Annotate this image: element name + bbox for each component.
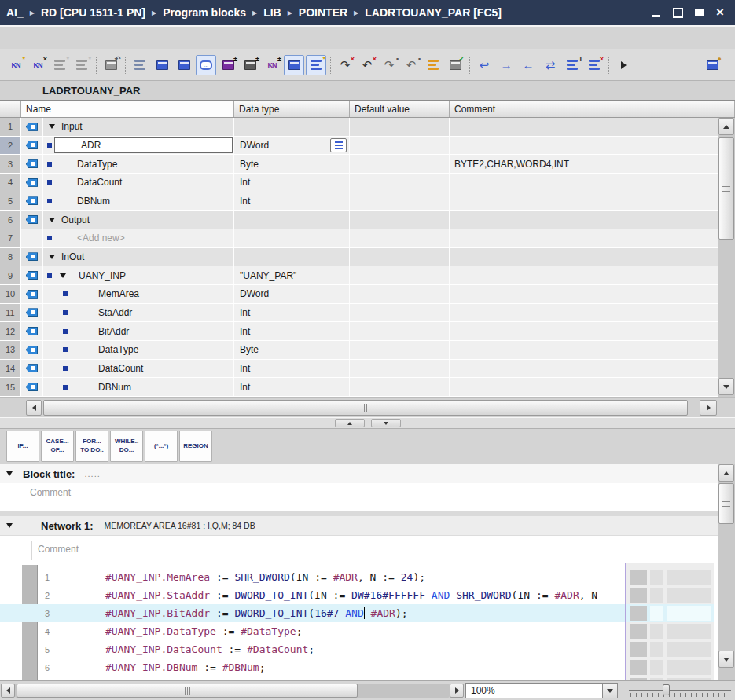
breadcrumb-item[interactable]: Program blocks (163, 6, 246, 19)
scroll-down-button[interactable] (718, 651, 734, 668)
zoom-dropdown-button[interactable] (602, 684, 617, 698)
name-cell[interactable]: StaAddr (43, 304, 234, 322)
scroll-right-button[interactable] (450, 684, 464, 698)
outdent-icon[interactable]: ← (518, 55, 538, 75)
datatype-cell[interactable]: "UANY_PAR" (234, 266, 350, 284)
code-line[interactable]: 5#UANY_INP.DataCount := #DataCount; (0, 640, 625, 658)
insert-separator-icon[interactable]: I (562, 55, 582, 75)
maximize-button[interactable] (693, 6, 704, 19)
column-header[interactable]: Name (21, 101, 234, 117)
block-comment-field[interactable]: Comment (0, 483, 718, 511)
comment-cell[interactable] (450, 118, 682, 136)
collapse-triangle-icon[interactable] (6, 523, 13, 528)
scroll-thumb[interactable] (17, 684, 358, 698)
editor-vertical-scrollbar[interactable] (718, 464, 735, 680)
comment-cell[interactable] (450, 229, 682, 247)
upload-values-icon[interactable]: ± (240, 55, 260, 75)
datatype-cell[interactable]: DWord (234, 137, 350, 155)
code-line[interactable]: 1#UANY_INP.MemArea := SHR_DWORD(IN := #A… (0, 568, 625, 586)
copy-snapshot-icon[interactable] (174, 55, 194, 75)
restore-layout-icon[interactable]: ↶▪ (401, 55, 421, 75)
default-value-cell[interactable] (350, 360, 450, 378)
column-header[interactable]: Data type (234, 101, 350, 117)
expand-members-icon[interactable] (130, 55, 150, 75)
comment-cell[interactable] (450, 192, 682, 211)
snippet-case-button[interactable]: CASE...OF... (41, 431, 74, 462)
comment-toggle-icon[interactable]: ... (196, 55, 216, 75)
comment-cell[interactable] (450, 322, 682, 340)
datatype-cell[interactable]: Int (234, 304, 350, 322)
breadcrumb-item[interactable]: AI_ (6, 6, 24, 19)
block-title-row[interactable]: Block title: ..... (0, 464, 718, 483)
comment-cell[interactable] (450, 304, 682, 322)
display-format-icon[interactable] (284, 55, 304, 75)
add-row-after-icon[interactable]: * (50, 55, 70, 75)
scroll-up-button[interactable] (718, 464, 734, 482)
wizard-icon[interactable]: * (306, 55, 326, 75)
name-cell[interactable]: UANY_INP (43, 266, 234, 284)
default-value-cell[interactable] (350, 248, 450, 266)
breadcrumb-item[interactable]: POINTER (299, 6, 347, 19)
default-value-cell[interactable] (350, 155, 450, 173)
zoom-slider[interactable] (629, 681, 731, 700)
datatype-cell[interactable]: Byte (234, 341, 350, 359)
scroll-right-button[interactable] (700, 400, 717, 416)
code-lines[interactable]: 1#UANY_INP.MemArea := SHR_DWORD(IN := #A… (0, 563, 625, 680)
scl-code-editor[interactable]: 1#UANY_INP.MemArea := SHR_DWORD(IN := #A… (0, 563, 718, 680)
scroll-thumb[interactable] (718, 483, 734, 524)
column-header[interactable]: Default value (350, 101, 450, 117)
comment-cell[interactable] (450, 211, 682, 229)
interface-toggle-icon[interactable]: ● (702, 55, 722, 75)
expand-triangle-icon[interactable] (49, 255, 55, 259)
comment-cell[interactable] (450, 174, 682, 192)
code-line[interactable]: 6#UANY_INP.DBNum := #DBNum; (0, 658, 625, 676)
datatype-cell[interactable]: Int (234, 192, 350, 211)
datatype-cell[interactable] (234, 229, 350, 247)
scroll-left-button[interactable] (1, 684, 15, 698)
comment-cell[interactable] (450, 266, 682, 284)
default-value-cell[interactable] (350, 378, 450, 396)
indent-icon[interactable]: → (496, 55, 516, 75)
save-layout-icon[interactable]: ↷▪ (379, 55, 399, 75)
update-block-calls-icon[interactable]: ⇄ (540, 55, 560, 75)
default-value-cell[interactable] (350, 322, 450, 340)
name-cell[interactable]: DBNum (43, 192, 234, 211)
name-cell[interactable]: DataType (43, 341, 234, 359)
snippet-region-button[interactable]: REGION (179, 431, 212, 462)
name-cell[interactable]: BitAddr (43, 322, 234, 340)
float-button[interactable] (672, 6, 683, 19)
keep-actual-values-icon[interactable]: ↶ (101, 55, 121, 75)
name-cell[interactable]: <Add new> (43, 229, 234, 247)
consistency-check-icon[interactable]: ✓ (445, 55, 465, 75)
datatype-cell[interactable] (234, 118, 350, 136)
datatype-cell[interactable]: Byte (234, 155, 350, 173)
snippet-while-button[interactable]: WHILE..DO... (110, 431, 143, 462)
name-cell[interactable]: Output (43, 211, 234, 229)
name-cell[interactable]: DBNum (43, 378, 234, 396)
expand-triangle-icon[interactable] (49, 124, 55, 129)
snippet-for-button[interactable]: FOR...TO DO.. (75, 431, 108, 462)
default-value-cell[interactable] (350, 304, 450, 322)
default-value-cell[interactable] (350, 174, 450, 192)
datatype-cell[interactable]: Int (234, 322, 350, 340)
datatype-cell[interactable]: Int (234, 360, 350, 378)
scroll-left-button[interactable] (26, 400, 42, 416)
table-horizontal-scrollbar[interactable] (0, 397, 735, 417)
column-header[interactable]: Comment (450, 101, 682, 117)
absolute-operands-icon[interactable] (423, 55, 443, 75)
name-cell[interactable]: Input (43, 118, 234, 136)
block-title-value[interactable]: ..... (84, 469, 100, 478)
datatype-cell[interactable] (234, 248, 350, 266)
comment-cell[interactable] (450, 378, 682, 396)
name-cell[interactable]: InOut (43, 248, 234, 266)
code-line[interactable]: 4#UANY_INP.DataType := #DataType; (0, 622, 625, 640)
minimize-button[interactable] (651, 6, 662, 19)
collapse-down-button[interactable] (371, 419, 401, 427)
scroll-up-button[interactable] (718, 118, 734, 135)
datatype-cell[interactable]: Int (234, 174, 350, 192)
name-cell[interactable]: MemArea (43, 285, 234, 303)
table-vertical-scrollbar[interactable] (718, 118, 735, 397)
collapse-up-button[interactable] (335, 419, 365, 427)
name-edit-box[interactable]: ADR (54, 137, 233, 154)
snippet-comment-button[interactable]: (*...*) (145, 431, 178, 462)
